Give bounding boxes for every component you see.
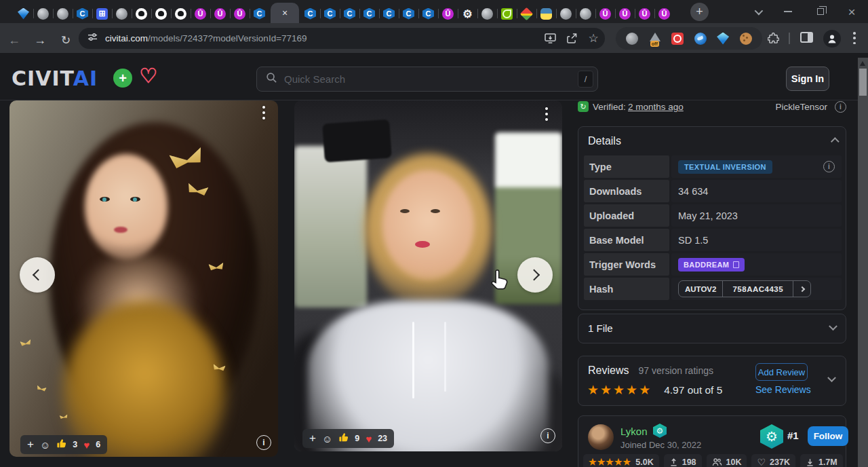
follow-button[interactable]: Follow [808, 426, 848, 446]
search-input[interactable] [284, 73, 578, 85]
favorites-heart-icon[interactable]: ♡ [139, 64, 157, 88]
tab-search-chevron-icon[interactable] [743, 0, 772, 23]
scrollbar-thumb[interactable] [859, 69, 867, 96]
git-diamond-favicon-tab[interactable] [517, 4, 536, 23]
scrollbar-up-arrow[interactable] [860, 61, 865, 66]
letter-u-favicon-tab[interactable] [635, 4, 654, 23]
globe-favicon-tab[interactable] [112, 4, 132, 23]
gem-blue-favicon-tab[interactable] [14, 4, 33, 23]
image-info-icon[interactable]: i [256, 435, 271, 450]
heart-reaction-icon[interactable] [83, 439, 90, 451]
civitai-favicon-tab[interactable] [340, 4, 359, 23]
letter-u-favicon-tab[interactable] [438, 4, 458, 23]
restore-button[interactable] [806, 0, 835, 23]
forward-button[interactable]: → [30, 30, 50, 50]
create-button[interactable]: + [113, 69, 132, 88]
reaction-bar-left[interactable]: + 3 6 [20, 435, 107, 454]
letter-u-favicon-tab[interactable] [210, 4, 230, 23]
details-header[interactable]: Details [578, 127, 846, 153]
extension-globe-blue-icon[interactable] [694, 33, 707, 45]
format-info-icon[interactable]: i [835, 101, 846, 113]
extensions-puzzle-icon[interactable] [768, 33, 779, 47]
creator-avatar[interactable] [588, 424, 614, 450]
add-reaction-icon[interactable]: + [309, 432, 316, 445]
globe-favicon-tab[interactable] [477, 4, 497, 23]
profile-avatar-icon[interactable] [823, 30, 841, 48]
see-reviews-link[interactable]: See Reviews [755, 384, 811, 395]
gear-favicon-tab[interactable] [458, 4, 477, 23]
expand-chevron-down-icon[interactable] [829, 322, 837, 331]
extension-mountain-off-icon[interactable]: off [649, 33, 661, 45]
reload-button[interactable]: ↻ [56, 30, 76, 50]
reaction-bar-center[interactable]: + 9 23 [302, 429, 394, 448]
minimize-button[interactable] [773, 0, 803, 23]
active-tab-close-icon[interactable]: × [271, 3, 299, 23]
heart-reaction-icon[interactable] [366, 433, 372, 445]
bookmark-star-icon[interactable]: ☆ [587, 33, 599, 45]
civitai-favicon-tab[interactable] [320, 4, 340, 23]
files-panel[interactable]: 1 File [578, 314, 846, 343]
side-panel-icon[interactable] [800, 32, 813, 43]
new-tab-button[interactable]: + [690, 3, 709, 21]
app-grid-favicon-tab[interactable] [92, 4, 112, 23]
civitai-favicon-tab[interactable] [73, 4, 92, 23]
carousel-next-button[interactable] [517, 257, 553, 293]
civitai-favicon-tab[interactable] [300, 4, 320, 23]
share-icon[interactable] [566, 33, 578, 45]
image-options-menu-icon[interactable] [259, 106, 269, 119]
letter-u-favicon-tab[interactable] [230, 4, 250, 23]
browser-menu-icon[interactable] [853, 32, 856, 44]
creator-name-link[interactable]: Lykon [620, 426, 647, 437]
type-info-icon[interactable]: i [823, 161, 835, 172]
globe-favicon-tab[interactable] [53, 4, 73, 23]
trigger-word-badge[interactable]: BADDREAM [678, 258, 745, 272]
emoji-reaction-icon[interactable] [40, 439, 50, 451]
add-reaction-icon[interactable]: + [27, 438, 34, 451]
github-favicon-tab[interactable] [132, 4, 151, 23]
back-button[interactable]: ← [4, 30, 24, 50]
image-options-menu-icon[interactable] [542, 107, 551, 121]
civitai-logo[interactable]: CIVITAI [12, 67, 98, 90]
github-favicon-tab[interactable] [151, 4, 171, 23]
hash-expand-chevron-icon[interactable] [793, 281, 810, 297]
emoji-reaction-icon[interactable] [322, 433, 332, 445]
github-favicon-tab[interactable] [171, 4, 191, 23]
address-bar[interactable]: civitai.com/models/72437?modelVersionId=… [79, 28, 605, 49]
install-app-icon[interactable] [544, 33, 556, 45]
globe-favicon-tab[interactable] [33, 4, 53, 23]
creator-panel: Lykon Joined Dec 30, 2022 #1 Follow ★★★★… [578, 415, 846, 467]
carousel-prev-button[interactable] [20, 257, 55, 293]
close-window-button[interactable]: × [837, 0, 867, 23]
extension-red-o-icon[interactable] [671, 33, 684, 45]
letter-u-favicon-tab[interactable] [595, 4, 615, 23]
add-review-button[interactable]: Add Review [755, 363, 808, 381]
civitai-favicon-tab[interactable] [399, 4, 418, 23]
copy-icon[interactable] [733, 261, 739, 268]
creator-rank-hex-icon[interactable] [760, 424, 783, 449]
civitai-favicon-tab[interactable] [359, 4, 379, 23]
hash-pill[interactable]: AUTOV2 758AAC4435 [678, 280, 811, 297]
civitai-favicon-tab[interactable] [418, 4, 438, 23]
python-favicon-tab[interactable] [536, 4, 556, 23]
civitai-favicon-tab[interactable] [250, 4, 269, 23]
letter-u-favicon-tab[interactable] [191, 4, 210, 23]
thumbs-up-icon[interactable] [56, 438, 66, 451]
civitai-favicon-tab[interactable] [379, 4, 399, 23]
letter-u-favicon-tab[interactable] [654, 4, 674, 23]
site-info-icon[interactable] [87, 32, 98, 45]
globe-favicon-tab[interactable] [556, 4, 576, 23]
collapse-chevron-up-icon[interactable] [831, 137, 840, 146]
image-info-icon[interactable]: i [540, 428, 555, 443]
sign-in-button[interactable]: Sign In [786, 67, 829, 91]
extension-gem-icon[interactable] [717, 33, 729, 45]
reviews-chevron-down-icon[interactable] [827, 373, 836, 382]
quick-search[interactable]: / [256, 67, 598, 92]
extension-cookie-icon[interactable] [740, 33, 752, 45]
letter-u-favicon-tab[interactable] [615, 4, 635, 23]
globe-favicon-tab[interactable] [576, 4, 595, 23]
extension-globe-gray-icon[interactable] [626, 33, 638, 45]
page-scrollbar[interactable] [858, 58, 868, 467]
thumbs-up-icon[interactable] [338, 432, 349, 445]
verified-time-link[interactable]: 2 months ago [628, 102, 684, 112]
nvidia-favicon-tab[interactable] [497, 4, 517, 23]
